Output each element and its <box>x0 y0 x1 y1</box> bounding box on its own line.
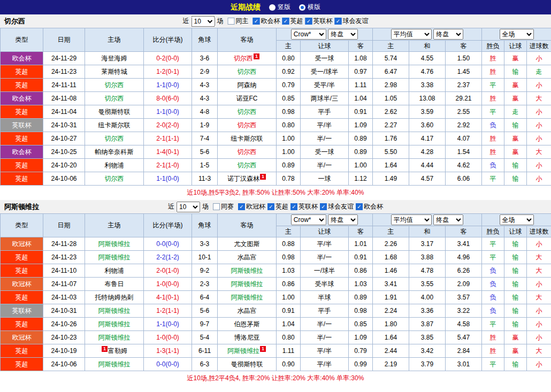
average-select[interactable]: 平均值 <box>391 29 432 40</box>
team-name: 切尔西 <box>105 95 124 102</box>
odds-stage-select[interactable]: 终盘 <box>328 29 358 40</box>
odds-home: 0.98 <box>277 105 301 119</box>
away-team: 博洛尼亚 <box>218 331 277 344</box>
score: 0-2(0-0) <box>144 52 192 65</box>
home-team: 阿斯顿维拉 <box>85 237 144 251</box>
recent-count-select[interactable]: 10 <box>192 16 215 27</box>
odds-company-select[interactable]: Crow* <box>291 214 326 225</box>
competition-badge: 英超 <box>1 172 43 186</box>
corners: 7-4 <box>192 132 218 145</box>
team-name: 阿斯顿维拉 <box>98 253 131 261</box>
average-stage-select[interactable]: 终盘 <box>433 214 463 225</box>
handicap-line: 受一/球半 <box>301 65 349 79</box>
competition-filter-checkbox[interactable]: ✓球会友谊 <box>320 202 354 211</box>
home-team: 利物浦 <box>85 264 144 278</box>
team-name: 利物浦 <box>105 162 124 169</box>
away-team: 切尔西 <box>218 105 277 119</box>
fulltime-scope-select[interactable]: 全场 <box>500 214 534 225</box>
odds-home: 1.00 <box>277 291 301 304</box>
handicap-line: 平手 <box>301 105 349 119</box>
layout-option-vertical[interactable]: 竖版 <box>269 3 290 12</box>
corners: 2-9 <box>192 65 218 79</box>
competition-filter-checkbox[interactable]: ✓欧冠杯 <box>238 202 265 211</box>
average-stage-select[interactable]: 终盘 <box>433 29 463 40</box>
team-name-heading: 阿斯顿维拉 <box>0 202 43 212</box>
avg-home: 1.64 <box>373 331 409 344</box>
score: 1-4(0-1) <box>144 145 192 159</box>
result-outcome: 平 <box>482 318 504 331</box>
score: 1-2(0-1) <box>144 65 192 79</box>
match-date: 24-11-08 <box>43 92 85 105</box>
checkbox-checked-icon: ✓ <box>267 203 274 210</box>
goals-outcome: 大 <box>527 344 551 358</box>
recent-results-page: 近期战绩 竖版 横版 切尔西 近 10 场 同主 ✓欧会杯✓英超✓英联杯✓球会友… <box>0 0 551 386</box>
avg-draw: 3.36 <box>409 304 446 318</box>
record-summary: 近10场,胜5平3负2, 胜率:50% 让胜率:50% 大率:20% 单率:40… <box>0 186 551 200</box>
team-name: 切尔西 <box>105 135 124 142</box>
odds-home: 0.85 <box>277 92 301 105</box>
odds-stage-select[interactable]: 终盘 <box>328 214 358 225</box>
result-outcome: 平 <box>482 105 504 119</box>
team-name: 尤文图斯 <box>234 240 260 248</box>
odds-away: 1.11 <box>349 79 373 92</box>
avg-away: 4.96 <box>446 251 482 264</box>
match-date: 24-11-23 <box>43 65 85 79</box>
away-team: 阿斯顿维拉 <box>218 264 277 278</box>
competition-badge: 英超 <box>1 105 43 119</box>
avg-draw: 4.78 <box>409 264 446 278</box>
avg-draw: 4.28 <box>409 145 446 159</box>
avg-home: 2.19 <box>373 358 409 371</box>
competition-filter-checkbox[interactable]: ✓英超 <box>282 17 303 26</box>
score: 1-0(0-0) <box>144 278 192 291</box>
home-team: 切尔西 <box>85 92 144 105</box>
handicap-line: 平/半 <box>301 237 349 251</box>
odds-home: 0.91 <box>277 304 301 318</box>
same-filter-checkbox[interactable]: 同主 <box>228 17 249 26</box>
layout-option-horizontal[interactable]: 横版 <box>299 3 320 12</box>
avg-away: 1.50 <box>446 52 482 65</box>
handicap-outcome: 赢 <box>504 331 527 344</box>
match-row: 欧冠杯24-10-23阿斯顿维拉1-0(0-0)5-4博洛尼亚0.80半/一1.… <box>1 331 551 344</box>
team-name: 阿斯顿维拉 <box>231 294 263 301</box>
competition-filter-checkbox[interactable]: ✓英联杯 <box>305 17 333 26</box>
handicap-outcome: 输 <box>504 291 527 304</box>
odds-group-header: Crow* 终盘 <box>277 28 373 41</box>
recent-count-select[interactable]: 10 <box>177 202 200 212</box>
handicap-outcome: 输 <box>504 251 527 264</box>
team-name: 阿斯顿维拉 <box>227 347 259 355</box>
competition-filter-checkbox[interactable]: ✓英联杯 <box>290 202 318 211</box>
avg-draw: 4.57 <box>409 172 446 186</box>
fulltime-scope-select[interactable]: 全场 <box>500 29 534 40</box>
match-row: 英超24-10-06阿斯顿维拉0-0(0-0)6-3曼彻斯特联0.90平/半0.… <box>1 358 551 371</box>
score: 1-1(0-0) <box>144 105 192 119</box>
team-name: 切尔西 <box>238 148 257 156</box>
avg-draw: 3.87 <box>409 318 446 331</box>
avg-away: 2.55 <box>446 105 482 119</box>
competition-filter-checkbox[interactable]: ✓欧会杯 <box>356 202 383 211</box>
competition-filter-checkbox[interactable]: ✓球会友谊 <box>335 17 369 26</box>
radio-selected-icon <box>299 4 305 11</box>
average-select[interactable]: 平均值 <box>391 214 432 225</box>
result-outcome: 胜 <box>482 344 504 358</box>
same-filter-checkbox[interactable]: 同赛 <box>213 202 234 211</box>
competition-filter-checkbox[interactable]: ✓英超 <box>267 202 288 211</box>
team-name: 切尔西 <box>238 121 257 129</box>
odds-home: 0.86 <box>277 278 301 291</box>
competition-badge: 欧冠杯 <box>1 331 43 344</box>
team-name: 富勒姆 <box>108 347 127 355</box>
odds-home: 0.92 <box>277 65 301 79</box>
match-row: 欧会杯24-10-25帕纳辛奈科斯1-4(0-1)5-6切尔西1.00受一球0.… <box>1 145 551 159</box>
col-away: 客场 <box>218 28 277 52</box>
handicap-line: 半/一 <box>301 132 349 145</box>
competition-filter-label: 球会友谊 <box>343 17 369 26</box>
competition-filter-checkbox[interactable]: ✓欧会杯 <box>253 17 280 26</box>
same-filter-label: 同赛 <box>221 202 234 211</box>
odds-company-select[interactable]: Crow* <box>291 29 326 40</box>
checkbox-unchecked-icon <box>228 18 235 25</box>
avg-group-header: 平均值 终盘 <box>373 214 482 226</box>
handicap-outcome: 赢 <box>504 132 527 145</box>
competition-badge: 欧会杯 <box>1 145 43 159</box>
avg-home: 5.50 <box>373 145 409 159</box>
odds-group-header: Crow* 终盘 <box>277 214 373 226</box>
result-outcome: 胜 <box>482 132 504 145</box>
